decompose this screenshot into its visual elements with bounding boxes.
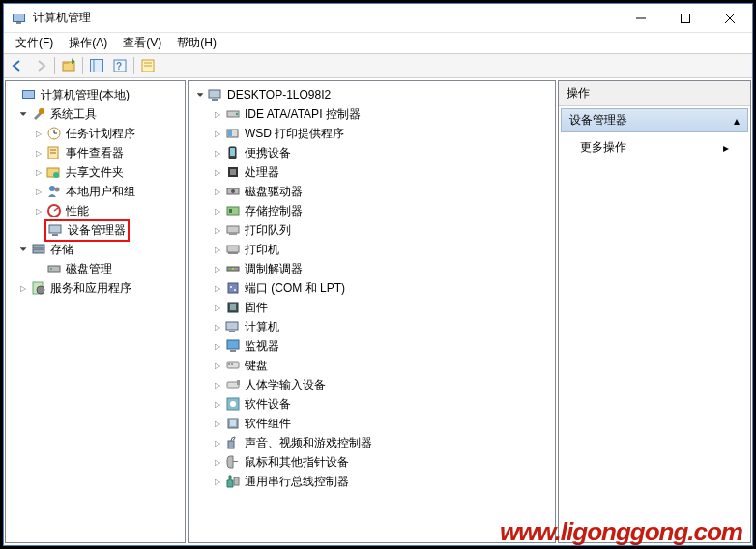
view-button-1[interactable] xyxy=(85,55,108,76)
device-category-icon xyxy=(225,396,241,412)
menu-file[interactable]: 文件(F) xyxy=(8,33,61,53)
device-category-icon xyxy=(225,377,241,392)
svg-point-62 xyxy=(234,289,236,291)
tree-local-users[interactable]: 本地用户和组 xyxy=(6,182,185,201)
device-category[interactable]: 鼠标和其他指针设备 xyxy=(189,452,555,472)
device-tree[interactable]: DESKTOP-1LO98I2 IDE ATA/ATAPI 控制器WSD 打印提… xyxy=(189,81,555,542)
action-more[interactable]: 更多操作 ▸ xyxy=(559,134,750,160)
back-button[interactable] xyxy=(6,55,29,76)
svg-rect-2 xyxy=(16,22,21,24)
device-category[interactable]: 软件设备 xyxy=(189,394,555,414)
svg-point-28 xyxy=(55,188,60,192)
computer-management-window: 计算机管理 文件(F) 操作(A) 查看(V) 帮助(H) ? xyxy=(3,3,753,546)
svg-rect-34 xyxy=(33,249,44,253)
storage-icon xyxy=(31,242,46,257)
device-category-label: 声音、视频和游戏控制器 xyxy=(245,435,372,451)
device-root[interactable]: DESKTOP-1LO98I2 xyxy=(189,85,555,104)
device-category[interactable]: 键盘 xyxy=(189,356,555,375)
device-category-icon xyxy=(225,300,241,315)
device-category[interactable]: IDE ATA/ATAPI 控制器 xyxy=(189,104,555,124)
device-category[interactable]: 软件组件 xyxy=(189,414,555,433)
device-category-label: 人体学输入设备 xyxy=(245,377,326,393)
close-button[interactable] xyxy=(708,4,752,33)
tree-disk-mgmt[interactable]: 磁盘管理 xyxy=(6,259,185,278)
svg-rect-55 xyxy=(227,246,239,252)
navigation-tree[interactable]: 计算机管理(本地) 系统工具 任务计划程序 事件查看器 xyxy=(6,81,185,542)
device-category-icon xyxy=(225,242,241,257)
svg-rect-78 xyxy=(228,441,234,448)
svg-rect-66 xyxy=(229,331,235,332)
device-category[interactable]: WSD 打印提供程序 xyxy=(189,124,555,143)
device-category[interactable]: 通用串行总线控制器 xyxy=(189,472,555,491)
properties-button[interactable] xyxy=(136,55,160,76)
device-category[interactable]: 人体学输入设备 xyxy=(189,375,555,394)
svg-rect-44 xyxy=(228,130,232,136)
svg-point-38 xyxy=(37,286,44,294)
svg-rect-52 xyxy=(229,209,232,213)
tree-root[interactable]: 计算机管理(本地) xyxy=(6,85,185,104)
device-category-label: 处理器 xyxy=(245,164,279,181)
device-category-label: 软件设备 xyxy=(245,396,291,413)
svg-rect-40 xyxy=(212,99,218,101)
svg-rect-79 xyxy=(233,461,238,462)
separator xyxy=(54,57,55,74)
tree-storage[interactable]: 存储 xyxy=(6,240,185,259)
device-category-label: 固件 xyxy=(245,300,268,316)
menu-help[interactable]: 帮助(H) xyxy=(169,33,224,53)
device-category-icon xyxy=(225,126,241,141)
forward-button[interactable] xyxy=(29,55,52,76)
actions-pane: 操作 设备管理器 ▴ 更多操作 ▸ xyxy=(558,80,751,543)
device-category[interactable]: 打印队列 xyxy=(189,220,555,240)
tree-task-scheduler[interactable]: 任务计划程序 xyxy=(6,124,185,143)
tree-shared-folders[interactable]: 共享文件夹 xyxy=(6,162,185,182)
device-category[interactable]: 监视器 xyxy=(189,336,555,356)
svg-rect-4 xyxy=(682,14,690,22)
computer-mgmt-icon xyxy=(21,87,37,102)
svg-rect-56 xyxy=(228,252,238,254)
device-category-icon xyxy=(225,164,241,180)
maximize-button[interactable] xyxy=(663,4,708,33)
refresh-button[interactable]: ? xyxy=(108,55,131,76)
tree-services-apps[interactable]: 服务和应用程序 xyxy=(6,278,185,298)
svg-point-36 xyxy=(50,268,52,270)
tree-device-manager[interactable]: 设备管理器 xyxy=(6,220,185,240)
actions-section-device-manager[interactable]: 设备管理器 ▴ xyxy=(561,108,748,132)
device-category-label: 端口 (COM 和 LPT) xyxy=(245,280,345,297)
device-category[interactable]: 声音、视频和游戏控制器 xyxy=(189,433,555,452)
device-category[interactable]: 打印机 xyxy=(189,240,555,259)
device-category-label: 监视器 xyxy=(245,338,279,355)
device-category-icon xyxy=(225,106,241,122)
device-category-icon xyxy=(225,145,241,160)
up-button[interactable] xyxy=(57,55,80,76)
device-category[interactable]: 处理器 xyxy=(189,162,555,182)
svg-rect-33 xyxy=(33,245,44,248)
device-category[interactable]: 磁盘驱动器 xyxy=(189,182,555,201)
device-category[interactable]: 端口 (COM 和 LPT) xyxy=(189,278,555,298)
minimize-button[interactable] xyxy=(619,4,663,33)
svg-rect-54 xyxy=(229,233,237,235)
device-category[interactable]: 存储控制器 xyxy=(189,201,555,220)
tree-performance[interactable]: 性能 xyxy=(6,201,185,220)
svg-point-61 xyxy=(230,286,232,288)
tree-system-tools[interactable]: 系统工具 xyxy=(6,104,185,124)
svg-point-42 xyxy=(236,113,238,115)
tools-icon xyxy=(31,106,46,122)
svg-point-18 xyxy=(39,108,44,114)
device-category-icon xyxy=(225,222,241,238)
titlebar: 计算机管理 xyxy=(4,4,752,33)
svg-rect-9 xyxy=(91,60,103,72)
device-category-icon xyxy=(225,416,241,431)
content-area: 计算机管理(本地) 系统工具 任务计划程序 事件查看器 xyxy=(4,78,752,545)
tree-event-viewer[interactable]: 事件查看器 xyxy=(6,143,185,162)
device-category[interactable]: 固件 xyxy=(189,298,555,317)
device-category-icon xyxy=(225,280,241,296)
performance-icon xyxy=(46,203,62,218)
device-category-icon xyxy=(225,358,241,373)
device-category[interactable]: 调制解调器 xyxy=(189,259,555,278)
device-category[interactable]: 便携设备 xyxy=(189,143,555,162)
clock-icon xyxy=(46,126,62,141)
chevron-right-icon: ▸ xyxy=(723,141,729,155)
device-category[interactable]: 计算机 xyxy=(189,317,555,336)
menu-action[interactable]: 操作(A) xyxy=(61,33,115,53)
menu-view[interactable]: 查看(V) xyxy=(115,33,169,53)
